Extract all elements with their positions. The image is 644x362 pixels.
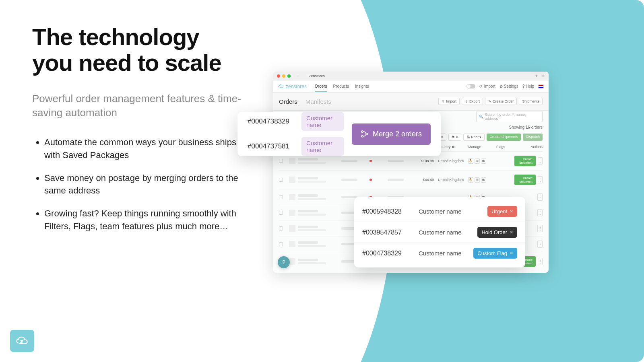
flag-row: #0039547857 Customer name Hold Order✕ [354, 222, 525, 243]
row-checkbox[interactable] [279, 211, 283, 215]
row-checkbox[interactable] [279, 159, 283, 163]
row-more-icon[interactable]: ⋮ [537, 209, 543, 216]
flag-button[interactable]: ⚑ ▾ [448, 134, 461, 141]
brand-logo[interactable]: zenstores [278, 84, 307, 89]
tab-manifests[interactable]: Manifests [305, 98, 331, 105]
merge-order-id: #0004737581 [248, 142, 289, 150]
row-more-icon[interactable]: ⋮ [538, 157, 543, 165]
customer-badge: Customer name [301, 137, 344, 156]
plus-icon[interactable]: + [535, 73, 538, 79]
status-dot-icon [369, 160, 372, 162]
menu-icon[interactable]: ≡ [542, 73, 545, 79]
merge-order-id: #0004738329 [248, 117, 289, 125]
user-icon[interactable]: ⛹ [468, 177, 473, 183]
merge-orders-card: #0004738329 Customer name #0004737581 Cu… [237, 112, 441, 156]
help-fab[interactable]: ? [278, 256, 290, 268]
shipments-button[interactable]: Shipments [519, 98, 543, 105]
table-row: £44.49 United Kingdom ⛹⊞⛟ Create shipmen… [279, 171, 543, 189]
create-shipment-button[interactable]: Create shipment [514, 175, 536, 185]
customer-badge: Customer name [301, 112, 344, 131]
toggle-switch[interactable] [466, 84, 475, 88]
feature-list: Automate the common ways your business s… [32, 136, 242, 233]
close-icon[interactable] [277, 74, 280, 78]
minimize-icon[interactable] [282, 74, 285, 78]
flag-customer: Customer name [419, 229, 471, 236]
flag-customer: Customer name [419, 250, 467, 257]
row-more-icon[interactable]: ⋮ [538, 258, 543, 265]
header-import[interactable]: ⟳Import [479, 84, 495, 88]
row-checkbox[interactable] [279, 242, 283, 246]
flag-tag[interactable]: Hold Order✕ [477, 227, 517, 238]
window-title: Zenstores [309, 74, 325, 78]
status-dot-icon [369, 179, 372, 181]
back-icon[interactable]: ‹ [297, 74, 299, 78]
truck-icon[interactable]: ⛟ [481, 158, 486, 164]
flag-order-id: #0005948328 [362, 208, 413, 215]
feature-item: Growing fast? Keep things running smooth… [44, 207, 242, 233]
flags-card: #0005948328 Customer name Urgent✕#003954… [354, 197, 525, 267]
create-shipment-button[interactable]: Create shipment [514, 156, 536, 166]
remove-flag-icon[interactable]: ✕ [510, 230, 513, 235]
flag-order-id: #0004738329 [362, 250, 413, 257]
create-shipments-button[interactable]: Create shipments [487, 134, 521, 141]
row-checkbox[interactable] [279, 178, 283, 182]
nav-insights[interactable]: Insights [355, 84, 369, 88]
row-checkbox[interactable] [279, 195, 283, 199]
window-titlebar: ‹ Zenstores + ≡ [273, 72, 549, 80]
svg-point-0 [361, 131, 363, 132]
locale-flag-icon[interactable] [538, 84, 544, 88]
subheadline: Powerful order management features & tim… [32, 92, 242, 120]
header-settings[interactable]: ✿Settings [500, 84, 518, 88]
print-button[interactable]: 🖶 Print ▾ [463, 134, 485, 141]
header-help[interactable]: ?Help [522, 84, 534, 88]
box-icon[interactable]: ⊞ [475, 177, 480, 183]
import-button[interactable]: ⇩Import [438, 98, 460, 105]
remove-flag-icon[interactable]: ✕ [510, 251, 513, 256]
flag-order-id: #0039547857 [362, 229, 413, 236]
maximize-icon[interactable] [287, 74, 291, 78]
headline: The technology you need to scale [32, 24, 242, 76]
feature-item: Save money on postage by merging orders … [44, 172, 242, 197]
row-total: £108.98 [412, 159, 434, 163]
search-icon: 🔍 [479, 115, 483, 119]
flag-customer: Customer name [419, 208, 481, 215]
row-total: £44.49 [412, 178, 434, 182]
nav-products[interactable]: Products [333, 84, 349, 88]
flag-tag[interactable]: Urgent✕ [487, 206, 517, 217]
row-country: United Kingdom [434, 159, 468, 163]
row-more-icon[interactable]: ⋮ [537, 241, 543, 248]
nav-orders[interactable]: Orders [315, 84, 327, 92]
create-order-button[interactable]: ✎Create Order [485, 98, 517, 105]
row-checkbox[interactable] [279, 226, 283, 230]
tab-orders[interactable]: Orders [279, 98, 297, 105]
flag-row: #0005948328 Customer name Urgent✕ [354, 201, 525, 222]
truck-icon[interactable]: ⛟ [481, 177, 486, 183]
svg-point-1 [361, 136, 363, 137]
merge-button[interactable]: Merge 2 orders [352, 123, 431, 145]
flag-tag[interactable]: Custom Flag✕ [473, 248, 517, 259]
user-icon[interactable]: ⛹ [468, 158, 473, 164]
remove-flag-icon[interactable]: ✕ [510, 209, 513, 214]
row-more-icon[interactable]: ⋮ [537, 225, 543, 232]
row-more-icon[interactable]: ⋮ [538, 176, 543, 183]
search-input[interactable]: 🔍 Search by order #, name, address [476, 111, 543, 122]
flag-row: #0004738329 Customer name Custom Flag✕ [354, 243, 525, 263]
row-more-icon[interactable]: ⋮ [537, 193, 543, 201]
feature-item: Automate the common ways your business s… [44, 136, 242, 162]
row-country: United Kingdom [434, 178, 468, 182]
brand-logo-badge [10, 330, 34, 352]
dispatch-button[interactable]: Dispatch [523, 134, 543, 141]
export-button[interactable]: ⇧Export [462, 98, 483, 105]
box-icon[interactable]: ⊞ [475, 158, 480, 164]
